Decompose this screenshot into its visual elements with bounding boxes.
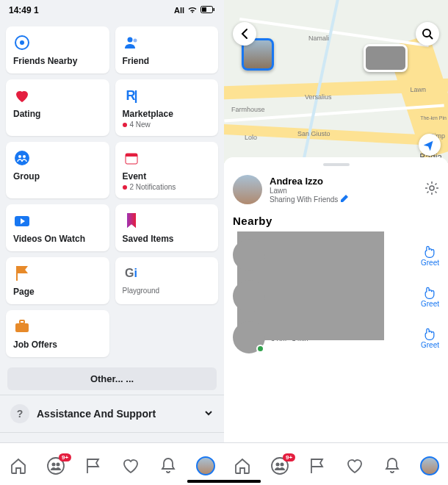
flag-icon <box>13 265 31 282</box>
nav-pages[interactable] <box>308 456 327 475</box>
nav-badge: 9+ <box>59 453 71 461</box>
playground-icon: Gi <box>123 265 140 282</box>
menu-label: Page <box>13 287 102 297</box>
status-time: 14:49 1 <box>9 5 39 15</box>
menu-label: Event <box>123 171 212 182</box>
menu-playground[interactable]: Gi Playground <box>115 257 219 304</box>
friends-nearby-icon <box>13 34 31 51</box>
marketplace-icon: R| <box>123 87 140 104</box>
svg-rect-14 <box>20 320 24 323</box>
menu-label: Group <box>13 171 102 182</box>
nearby-avatar[interactable] <box>233 239 265 271</box>
svg-point-29 <box>281 462 284 466</box>
menu-label: Saved Items <box>123 234 212 244</box>
svg-point-8 <box>18 155 21 158</box>
greet-button[interactable]: Greet <box>421 244 439 267</box>
notification-dot <box>123 185 127 190</box>
profile-row: Andrea Izzo Lawn Sharing With Friends <box>224 172 448 210</box>
nav-avatar <box>196 456 215 475</box>
nav-menu[interactable] <box>420 456 439 475</box>
nav-menu[interactable] <box>196 456 215 475</box>
sheet-handle[interactable] <box>323 163 350 166</box>
menu-event[interactable]: Event 2 Notifications <box>115 142 219 198</box>
svg-rect-2 <box>214 8 215 11</box>
svg-point-7 <box>15 151 29 165</box>
search-button[interactable] <box>416 22 439 46</box>
settings-gear-button[interactable] <box>424 181 439 198</box>
menu-label: Job Offers <box>13 340 102 350</box>
map-label: Lolo <box>245 134 257 141</box>
group-icon <box>13 149 31 167</box>
menu-jobs[interactable]: Job Offers <box>6 310 109 357</box>
nearby-avatar[interactable] <box>233 321 265 353</box>
profile-avatar[interactable] <box>233 175 262 204</box>
assistance-row[interactable]: ? Assistance And Support <box>0 395 224 432</box>
profile-name: Andrea Izzo <box>270 176 348 187</box>
nearby-list: Greet Greet 3 Km · 1 Min Gr <box>224 234 448 358</box>
svg-point-5 <box>127 37 132 43</box>
bottom-nav: 9+ 9+ <box>0 442 448 485</box>
map-label: Farmhouse <box>231 106 265 113</box>
menu-friend[interactable]: Friend <box>115 26 219 73</box>
menu-label: Friend <box>123 56 212 66</box>
menu-grid: Friends Nearby Friend Dating R| Marketpl… <box>0 21 224 363</box>
map-label: San Giusto <box>297 130 330 137</box>
svg-point-6 <box>133 39 137 43</box>
other-button[interactable]: Other... ... <box>7 367 217 390</box>
menu-page[interactable]: Page <box>6 257 109 304</box>
menu-group[interactable]: Group <box>6 142 109 198</box>
home-indicator <box>187 480 261 483</box>
nav-badge: 9+ <box>283 453 295 461</box>
menu-label: Videos On Watch <box>13 234 102 244</box>
menu-label: Marketplace <box>123 109 212 119</box>
menu-saved[interactable]: Saved Items <box>115 204 219 251</box>
nav-friends[interactable]: 9+ <box>46 456 65 475</box>
svg-point-23 <box>430 186 434 190</box>
notification-dot <box>123 123 127 127</box>
map-pin-friend[interactable] <box>364 44 408 72</box>
video-icon <box>13 212 31 229</box>
heart-icon <box>13 87 31 104</box>
svg-point-4 <box>20 40 24 45</box>
menu-dating[interactable]: Dating <box>6 79 109 136</box>
left-screen: 14:49 1 All Friends Nearby <box>0 0 224 485</box>
greet-button[interactable]: Greet <box>421 285 439 308</box>
map-label: Lawn <box>410 86 426 93</box>
greet-button[interactable]: Greet <box>421 326 439 349</box>
nav-left: 9+ <box>0 443 224 485</box>
status-indicators: All <box>174 6 215 15</box>
bottom-sheet[interactable]: Andrea Izzo Lawn Sharing With Friends Ne… <box>224 157 448 358</box>
nav-dating[interactable] <box>121 456 140 475</box>
nearby-avatar[interactable] <box>233 280 265 312</box>
back-button[interactable] <box>233 22 256 46</box>
nav-notifications[interactable] <box>159 456 178 475</box>
nav-dating[interactable] <box>345 456 364 475</box>
wifi-icon <box>187 6 198 15</box>
nav-friends[interactable]: 9+ <box>270 456 289 475</box>
svg-point-26 <box>57 462 60 466</box>
bookmark-icon <box>123 212 140 229</box>
menu-sub: 2 Notifications <box>123 183 212 191</box>
nav-notifications[interactable] <box>383 456 402 475</box>
profile-sharing[interactable]: Sharing With Friends <box>270 195 348 204</box>
nav-pages[interactable] <box>84 456 103 475</box>
svg-rect-11 <box>126 154 137 157</box>
nav-home[interactable] <box>233 456 252 475</box>
svg-rect-1 <box>202 7 206 12</box>
map-label: The-km Pin <box>420 115 447 121</box>
profile-location: Lawn <box>270 187 348 195</box>
map-label: Versalius <box>305 93 332 101</box>
menu-friends-nearby[interactable]: Friends Nearby <box>6 26 109 73</box>
friend-icon <box>123 34 140 51</box>
svg-point-28 <box>276 462 280 466</box>
status-bar: 14:49 1 All <box>0 0 224 21</box>
menu-marketplace[interactable]: R| Marketplace 4 New <box>115 79 219 136</box>
nav-avatar <box>420 456 439 475</box>
status-all-label: All <box>174 6 184 15</box>
online-dot <box>256 345 264 353</box>
menu-videos[interactable]: Videos On Watch <box>6 204 109 251</box>
menu-label: Playground <box>123 287 212 295</box>
svg-point-9 <box>23 155 26 158</box>
nav-home[interactable] <box>9 456 28 475</box>
recenter-button[interactable] <box>419 134 441 156</box>
